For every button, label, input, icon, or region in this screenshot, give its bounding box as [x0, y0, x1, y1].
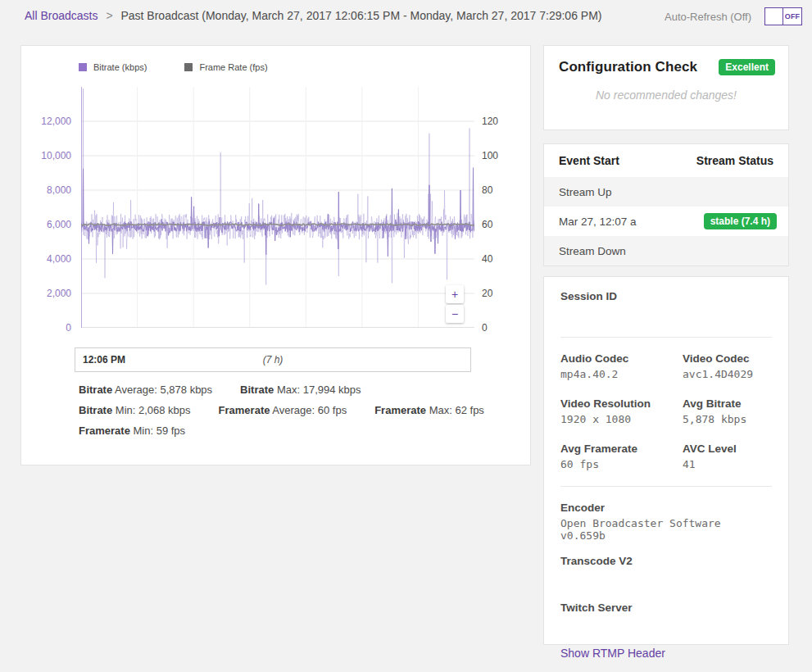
time-range-selector[interactable]: 12:06 PM (7 h): [75, 347, 471, 372]
twitch-server-label: Twitch Server: [560, 602, 772, 614]
divider: [560, 337, 772, 338]
topbar: All Broadcasts > Past Broadcast (Monday,…: [0, 0, 812, 36]
twitch-server-field: Twitch Server: [560, 602, 772, 635]
stat-item: Bitrate Average: 5,878 kbps: [79, 384, 212, 396]
session-id-value: [560, 306, 772, 325]
configuration-check-title: Configuration Check: [559, 59, 697, 75]
stat-item: Bitrate Min: 2,068 kbps: [79, 404, 191, 416]
session-details-card: Session ID Audio Codecmp4a.40.2Video Cod…: [543, 276, 789, 645]
zoom-out-button[interactable]: −: [446, 305, 464, 323]
detail-field: Video Resolution1920 x 1080: [560, 397, 683, 429]
detail-field-value: 1920 x 1080: [560, 413, 683, 429]
codec-details-grid: Audio Codecmp4a.40.2Video Codecavc1.4D40…: [560, 352, 772, 474]
detail-field-value: 60 fps: [560, 458, 683, 474]
chart-stats: Bitrate Average: 5,878 kbpsBitrate Max: …: [79, 384, 517, 445]
legend-label: Bitrate (kbps): [93, 62, 147, 72]
event-row: Mar 27, 12:07 astable (7.4 h): [544, 207, 788, 236]
encoder-field: Encoder Open Broadcaster Software v0.659…: [560, 502, 772, 542]
event-name: Mar 27, 12:07 a: [559, 216, 637, 228]
right-axis-tick: 80: [482, 184, 492, 197]
toggle-off-label: OFF: [783, 8, 801, 25]
show-rtmp-header-link[interactable]: Show RTMP Header: [560, 647, 665, 660]
encoder-label: Encoder: [560, 502, 772, 514]
left-axis-tick: 4,000: [47, 252, 71, 266]
transcode-value: [560, 570, 772, 588]
legend-item: Bitrate (kbps): [79, 62, 147, 72]
chart-plot[interactable]: + −: [81, 87, 474, 328]
right-axis-tick: 100: [482, 149, 498, 162]
stat-metric-name: Bitrate: [79, 384, 112, 396]
stat-item: Framerate Average: 60 fps: [219, 404, 347, 416]
stat-metric-name: Bitrate: [79, 404, 112, 416]
left-axis-tick: 0: [66, 321, 71, 334]
left-axis-tick: 10,000: [41, 149, 71, 162]
broadcast-chart-card: Bitrate (kbps)Frame Rate (fps) 02,0004,0…: [20, 45, 531, 465]
right-axis-tick: 60: [482, 218, 492, 231]
page: All Broadcasts > Past Broadcast (Monday,…: [0, 0, 812, 672]
events-table-body: Stream UpMar 27, 12:07 astable (7.4 h)St…: [544, 177, 788, 266]
auto-refresh: Auto-Refresh (Off) OFF: [665, 7, 802, 25]
toggle-knob: [765, 8, 783, 25]
left-axis-tick: 2,000: [47, 287, 71, 300]
column-stream-status: Stream Status: [696, 154, 773, 167]
event-name: Stream Up: [559, 186, 612, 198]
chart-svg: [81, 87, 474, 328]
detail-field-value: 41: [683, 458, 772, 474]
right-axis-tick: 120: [482, 115, 498, 128]
transcode-label: Transcode V2: [560, 555, 772, 567]
right-axis-tick: 40: [482, 252, 492, 266]
session-id-field: Session ID: [560, 290, 772, 325]
legend-label: Frame Rate (fps): [199, 62, 267, 72]
detail-field-label: Avg Bitrate: [683, 397, 772, 410]
detail-field: AVC Level41: [683, 443, 772, 474]
stat-item: Bitrate Max: 17,994 kbps: [240, 384, 361, 396]
configuration-check-badge: Excellent: [719, 59, 775, 75]
breadcrumb: All Broadcasts > Past Broadcast (Monday,…: [25, 9, 601, 22]
detail-field-label: Video Resolution: [560, 397, 683, 410]
stat-item: Framerate Min: 59 fps: [79, 425, 185, 437]
breadcrumb-current: Past Broadcast (Monday, March 27, 2017 1…: [120, 9, 601, 22]
chart-area: 02,0004,0006,0008,00010,00012,000 + − 02…: [21, 87, 530, 328]
encoder-value: Open Broadcaster Software v0.659b: [560, 517, 772, 542]
legend-swatch-icon: [79, 63, 87, 71]
legend-item: Frame Rate (fps): [184, 62, 267, 72]
detail-field-label: Audio Codec: [560, 352, 683, 365]
chart-zoom-controls: + −: [446, 285, 464, 323]
column-event-start: Event Start: [559, 154, 619, 167]
detail-field: Video Codecavc1.4D4029: [683, 352, 772, 384]
right-axis-tick: 0: [482, 321, 488, 334]
detail-field: Avg Framerate60 fps: [560, 443, 683, 474]
auto-refresh-toggle[interactable]: OFF: [764, 7, 802, 25]
breadcrumb-link-all-broadcasts[interactable]: All Broadcasts: [25, 9, 98, 22]
detail-field-label: AVC Level: [683, 443, 772, 455]
bitrate-raw-line: [81, 89, 474, 284]
twitch-server-value: [560, 617, 772, 635]
detail-field-value: mp4a.40.2: [560, 368, 683, 384]
left-axis-tick: 8,000: [47, 184, 71, 197]
stat-metric-name: Framerate: [79, 425, 130, 437]
event-row: Stream Up: [544, 177, 788, 207]
configuration-check-card: Configuration Check Excellent No recomme…: [543, 45, 789, 130]
detail-field: Avg Bitrate5,878 kbps: [683, 397, 772, 429]
session-id-label: Session ID: [560, 290, 772, 302]
stat-item: Framerate Max: 62 fps: [374, 404, 484, 416]
right-axis-tick: 20: [482, 287, 492, 300]
stat-line: Framerate Min: 59 fps: [79, 425, 517, 437]
detail-field: Audio Codecmp4a.40.2: [560, 352, 683, 384]
left-axis-tick: 6,000: [47, 218, 71, 231]
chart-legend: Bitrate (kbps)Frame Rate (fps): [79, 62, 268, 72]
detail-field-value: avc1.4D4029: [683, 368, 772, 384]
event-row: Stream Down: [544, 236, 788, 266]
stat-line: Bitrate Min: 2,068 kbpsFramerate Average…: [79, 404, 517, 416]
stat-metric-name: Bitrate: [240, 384, 274, 396]
legend-swatch-icon: [184, 63, 193, 71]
configuration-check-header: Configuration Check Excellent: [544, 46, 788, 75]
transcode-field: Transcode V2: [560, 555, 772, 588]
stat-metric-name: Framerate: [374, 404, 426, 416]
event-name: Stream Down: [559, 245, 626, 257]
range-window-label: (7 h): [75, 354, 470, 366]
stat-line: Bitrate Average: 5,878 kbpsBitrate Max: …: [79, 384, 517, 396]
stat-metric-name: Framerate: [219, 404, 270, 416]
left-axis-ticks: 02,0004,0006,0008,00010,00012,000: [21, 87, 81, 328]
zoom-in-button[interactable]: +: [446, 285, 464, 303]
